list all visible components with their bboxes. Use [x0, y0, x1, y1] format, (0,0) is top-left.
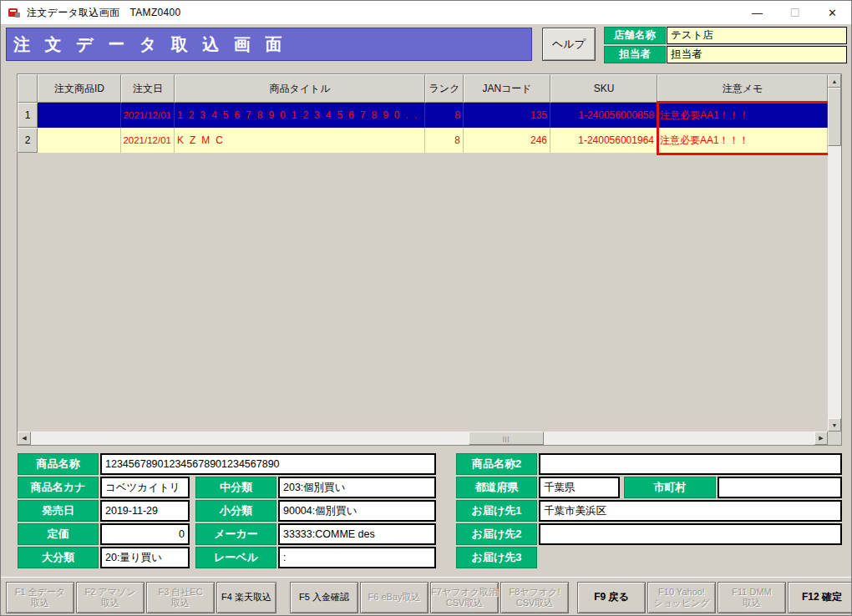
grid-cell-order-date[interactable]: 2021/12/01 — [121, 103, 175, 128]
page-title-banner: 注 文 デ ー タ 取 込 画 面 — [6, 28, 532, 61]
large-class-label: 大分類 — [18, 547, 99, 568]
order-grid: 注文商品ID 注文日 商品タイトル ランク JANコード SKU 注意メモ 1 … — [17, 73, 842, 446]
window-controls: — ☐ ✕ — [738, 1, 851, 24]
release-date-field[interactable]: 2019-11-29 — [100, 500, 190, 522]
address3-label: お届け先3 — [456, 547, 537, 568]
row-number-cell[interactable]: 2 — [18, 128, 38, 153]
grid-cell-jan-code[interactable]: 135 — [464, 103, 550, 128]
small-class-label: 小分類 — [195, 500, 276, 522]
function-key-bar: F1 全データ 取込 F2 アマゾン 取込 F3 自社EC 取込 F4 楽天取込… — [1, 577, 851, 616]
window-title: 注文データ取込画面 TAMZ0400 — [27, 6, 180, 20]
product-kana-label: 商品名カナ — [18, 477, 99, 498]
help-button[interactable]: ヘルプ — [542, 28, 596, 61]
app-icon — [8, 6, 21, 19]
f9-back-button[interactable]: F9 戻る — [577, 582, 646, 613]
vertical-scroll-thumb[interactable] — [828, 88, 841, 146]
city-label: 市町村 — [624, 477, 716, 498]
grid-header-order-item-id[interactable]: 注文商品ID — [38, 74, 121, 103]
f1-all-data-import-button[interactable]: F1 全データ 取込 — [6, 582, 74, 613]
grid-header-row: 注文商品ID 注文日 商品タイトル ランク JANコード SKU 注意メモ — [18, 74, 828, 103]
scroll-right-icon[interactable]: ▶ — [814, 432, 828, 445]
grid-header-sku[interactable]: SKU — [550, 74, 657, 103]
staff-label: 担当者 — [604, 46, 666, 63]
maker-field[interactable]: 33333:COMME des — [278, 523, 436, 545]
f7-yafuoku-cancel-csv-button[interactable]: F7ヤフオク取消 CSV取込 — [430, 582, 499, 613]
record-label-label: レーベル — [195, 547, 276, 568]
f11-dmm-import-button[interactable]: F11 DMM 取込 — [718, 582, 786, 613]
prefecture-label: 都道府県 — [456, 477, 537, 498]
grid-cell-sku[interactable]: 1-240056001964 — [550, 128, 657, 153]
grid-cell-product-title[interactable]: KZMC — [175, 128, 425, 153]
list-price-field[interactable]: 0 — [100, 523, 190, 545]
f12-confirm-button[interactable]: F12 確定 — [788, 582, 852, 613]
maximize-button[interactable]: ☐ — [776, 1, 814, 24]
store-name-field[interactable]: テスト店 — [667, 27, 847, 44]
release-date-label: 発売日 — [18, 500, 99, 522]
product-name-field[interactable]: 123456789012345678901234567890 — [100, 453, 436, 475]
f5-payment-check-button[interactable]: F5 入金確認 — [290, 582, 358, 613]
horizontal-scroll-thumb[interactable]: ||| — [469, 432, 544, 445]
close-button[interactable]: ✕ — [814, 1, 851, 24]
f4-rakuten-import-button[interactable]: F4 楽天取込 — [216, 582, 276, 613]
minimize-button[interactable]: — — [738, 1, 776, 24]
f8-yafuoku-csv-button[interactable]: F8ヤフオク! CSV取込 — [500, 582, 569, 613]
grid-cell-rank[interactable]: 8 — [425, 103, 464, 128]
maker-label: メーカー — [195, 523, 276, 545]
product-kana-field[interactable]: コベツカイトリ — [100, 477, 190, 498]
address2-label: お届け先2 — [456, 523, 537, 545]
grid-cell-rank[interactable]: 8 — [425, 128, 464, 153]
grid-header-order-date[interactable]: 注文日 — [121, 74, 175, 103]
scrollbar-corner — [828, 432, 841, 445]
scroll-down-icon[interactable]: ▼ — [828, 418, 841, 432]
grid-cell-sku[interactable]: 1-240056000858 — [550, 103, 657, 128]
prefecture-field[interactable]: 千葉県 — [539, 477, 620, 498]
product-name2-label: 商品名称2 — [456, 453, 537, 475]
f2-amazon-import-button[interactable]: F2 アマゾン 取込 — [76, 582, 145, 613]
vertical-scrollbar[interactable]: ▲ ▼ — [828, 74, 841, 432]
scroll-up-icon[interactable]: ▲ — [828, 74, 841, 88]
row-number-cell[interactable]: 1 — [18, 103, 38, 128]
store-name-label: 店舗名称 — [604, 27, 666, 44]
app-window: 注文データ取込画面 TAMZ0400 — ☐ ✕ 注 文 デ ー タ 取 込 画… — [0, 0, 852, 616]
grid-cell-memo[interactable]: 注意必要AA1！！！ — [657, 128, 828, 153]
f6-ebay-import-button[interactable]: F6 eBay取込 — [360, 582, 429, 613]
address2-field[interactable] — [539, 523, 842, 545]
grid-cell-product-title[interactable]: 12345678901234567890... — [175, 103, 425, 128]
city-field[interactable] — [718, 477, 842, 498]
product-name2-field[interactable] — [539, 453, 842, 475]
list-price-label: 定価 — [18, 523, 99, 545]
grid-cell-order-item-id[interactable] — [38, 128, 121, 153]
address1-field[interactable]: 千葉市美浜区 — [539, 500, 842, 522]
middle-class-field[interactable]: 203:個別買い — [278, 477, 436, 498]
middle-class-label: 中分類 — [195, 477, 276, 498]
grid-cell-order-date[interactable]: 2021/12/01 — [121, 128, 175, 153]
address1-label: お届け先1 — [456, 500, 537, 522]
product-name-label: 商品名称 — [18, 453, 99, 475]
f3-own-ec-import-button[interactable]: F3 自社EC 取込 — [146, 582, 215, 613]
grid-header-rownum — [18, 74, 38, 103]
grid-header-memo[interactable]: 注意メモ — [657, 74, 828, 103]
record-label-field[interactable]: : — [278, 547, 436, 568]
small-class-field[interactable]: 90004:個別買い — [278, 500, 436, 522]
large-class-field[interactable]: 20:量り買い — [100, 547, 190, 568]
f10-yahoo-shopping-button[interactable]: F10 Yahoo! ショッピング — [647, 582, 716, 613]
title-bar[interactable]: 注文データ取込画面 TAMZ0400 — ☐ ✕ — [1, 1, 851, 24]
scroll-left-icon[interactable]: ◀ — [18, 432, 31, 445]
grid-header-rank[interactable]: ランク — [425, 74, 464, 103]
table-row[interactable]: 2 2021/12/01 KZMC 8 246 1-240056001964 注… — [18, 128, 828, 153]
table-row[interactable]: 1 2021/12/01 12345678901234567890... 8 1… — [18, 103, 828, 128]
grid-header-jan-code[interactable]: JANコード — [464, 74, 550, 103]
grid-header-product-title[interactable]: 商品タイトル — [175, 74, 425, 103]
staff-field[interactable]: 担当者 — [667, 46, 847, 63]
horizontal-scrollbar[interactable]: ◀ ||| ▶ — [18, 432, 828, 445]
grid-cell-memo[interactable]: 注意必要AA1！！！ — [657, 103, 828, 128]
grid-cell-order-item-id[interactable] — [38, 103, 121, 128]
grid-cell-jan-code[interactable]: 246 — [464, 128, 550, 153]
